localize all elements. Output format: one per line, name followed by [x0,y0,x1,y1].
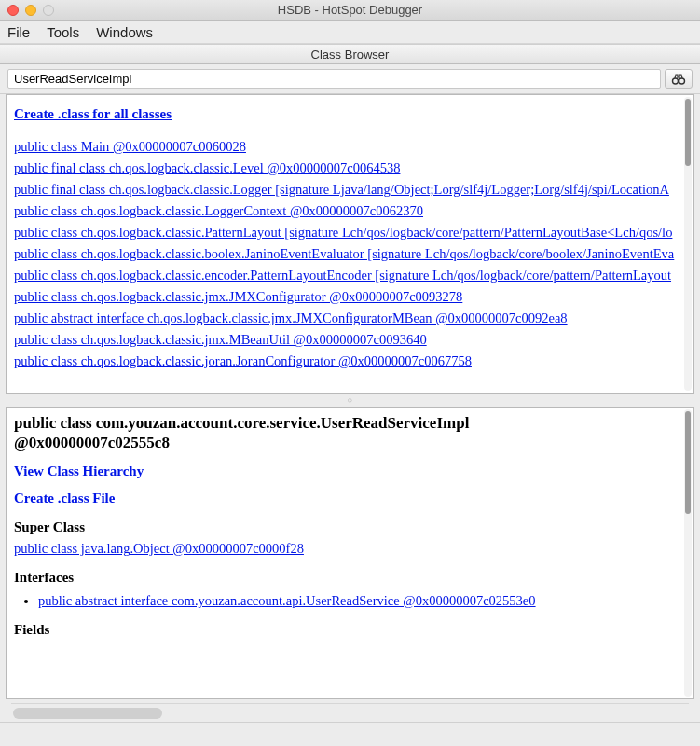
class-link[interactable]: public class ch.qos.logback.classic.bool… [14,246,674,261]
view-hierarchy-link[interactable]: View Class Hierarchy [14,463,144,478]
class-list-item: public class ch.qos.logback.classic.jmx.… [14,332,694,348]
class-detail-pane[interactable]: public class com.youzan.account.core.ser… [6,407,694,699]
class-link[interactable]: public class ch.qos.logback.classic.enco… [14,268,671,283]
class-link[interactable]: public class ch.qos.logback.classic.Logg… [14,203,423,218]
scrollbar-vertical[interactable] [684,97,692,391]
class-list-item: public final class ch.qos.logback.classi… [14,182,694,198]
menu-file[interactable]: File [7,24,30,40]
class-list-item: public class Main @0x00000007c0060028 [14,139,694,155]
class-list-item: public class ch.qos.logback.classic.jora… [14,353,694,369]
super-class-label: Super Class [14,519,670,535]
search-button[interactable] [665,69,693,89]
svg-point-1 [679,78,685,84]
search-input[interactable] [7,69,661,89]
interface-list-item: public abstract interface com.youzan.acc… [38,593,670,609]
status-bar [0,722,700,746]
binoculars-icon [671,73,686,86]
panel-title: Class Browser [0,44,700,64]
class-link[interactable]: public class ch.qos.logback.classic.jmx.… [14,289,462,304]
class-fqn: public class com.youzan.account.core.ser… [14,414,469,432]
menubar: File Tools Windows [0,21,700,44]
scrollbar-vertical[interactable] [684,409,692,697]
pane-divider[interactable]: ○ [6,397,694,403]
class-link[interactable]: public final class ch.qos.logback.classi… [14,182,669,197]
class-link[interactable]: public class Main @0x00000007c0060028 [14,139,246,154]
class-link[interactable]: public class ch.qos.logback.classic.jmx.… [14,332,427,347]
class-link[interactable]: public class ch.qos.logback.classic.jora… [14,353,472,368]
class-list-item: public class ch.qos.logback.classic.Logg… [14,203,694,219]
svg-point-0 [673,78,679,84]
class-link[interactable]: public final class ch.qos.logback.classi… [14,160,400,175]
close-icon[interactable] [7,5,19,16]
fields-label: Fields [14,622,670,638]
interface-link[interactable]: public abstract interface com.youzan.acc… [38,593,536,608]
interfaces-label: Interfaces [14,570,670,586]
class-list-item: public class ch.qos.logback.classic.enco… [14,268,694,283]
search-toolbar [0,64,700,94]
window-title: HSDB - HotSpot Debugger [278,3,422,17]
window-titlebar: HSDB - HotSpot Debugger [0,0,700,21]
class-list-item: public final class ch.qos.logback.classi… [14,160,694,176]
minimize-icon[interactable] [25,5,36,16]
class-link[interactable]: public abstract interface ch.qos.logback… [14,311,568,325]
create-all-classes-link[interactable]: Create .class for all classes [14,106,172,121]
class-address: @0x00000007c02555c8 [14,434,170,451]
class-list-item: public abstract interface ch.qos.logback… [14,311,694,326]
maximize-icon[interactable] [43,5,54,16]
super-class-link[interactable]: public class java.lang.Object @0x0000000… [14,541,304,556]
class-list-item: public class ch.qos.logback.classic.jmx.… [14,289,694,305]
window-controls [7,5,54,16]
create-class-file-link[interactable]: Create .class File [14,490,115,505]
class-link[interactable]: public class ch.qos.logback.classic.Patt… [14,225,672,240]
class-list-item: public class ch.qos.logback.classic.Patt… [14,225,694,241]
class-list-pane[interactable]: Create .class for all classes public cla… [6,94,694,394]
scrollbar-horizontal[interactable] [11,703,689,722]
menu-windows[interactable]: Windows [96,24,153,40]
class-list-item: public class ch.qos.logback.classic.bool… [14,246,694,262]
class-detail-heading: public class com.youzan.account.core.ser… [14,413,670,453]
menu-tools[interactable]: Tools [47,24,79,40]
